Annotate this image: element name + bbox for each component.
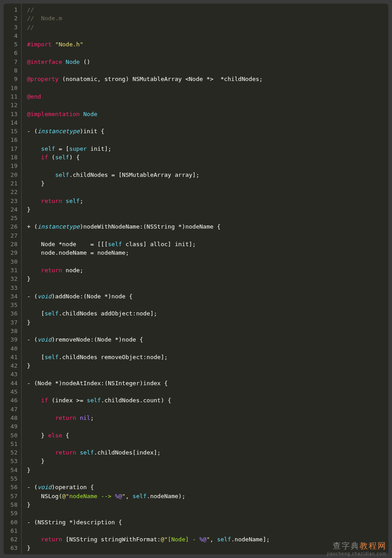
line-number: 33	[4, 284, 18, 292]
code-line	[27, 214, 388, 222]
line-number: 44	[4, 379, 18, 387]
code-line: @end	[27, 92, 388, 101]
code-line	[27, 135, 388, 144]
line-number: 27	[4, 231, 18, 240]
line-number: 61	[4, 526, 18, 535]
code-line: }	[27, 274, 388, 283]
line-number: 28	[4, 240, 18, 248]
line-number: 43	[4, 370, 18, 378]
line-number: 2	[4, 14, 18, 22]
line-number: 47	[4, 405, 18, 414]
code-line: @interface Node ()	[27, 58, 388, 66]
code-line: - (Node *)nodeAtIndex:(NSInteger)index {	[27, 379, 388, 387]
line-number: 24	[4, 205, 18, 214]
line-number: 49	[4, 422, 18, 431]
code-line: //	[27, 23, 388, 32]
line-number: 37	[4, 318, 18, 327]
line-number: 58	[4, 500, 18, 509]
code-line	[27, 257, 388, 266]
line-number: 59	[4, 509, 18, 518]
code-line	[27, 405, 388, 414]
line-number: 50	[4, 431, 18, 440]
code-line: //	[27, 5, 388, 14]
code-line: node.nodeName = nodeName;	[27, 248, 388, 257]
code-line	[27, 301, 388, 309]
line-number: 41	[4, 353, 18, 361]
line-number: 30	[4, 257, 18, 266]
code-line: if (index >= self.childNodes.count) {	[27, 396, 388, 405]
code-line: Node *node = [[[self class] alloc] init]…	[27, 240, 388, 248]
line-number: 12	[4, 101, 18, 109]
line-number: 32	[4, 274, 18, 283]
code-line	[27, 32, 388, 40]
line-number: 3	[4, 23, 18, 32]
code-line: }	[27, 500, 388, 509]
line-number: 57	[4, 492, 18, 500]
code-line: return self.childNodes[index];	[27, 448, 388, 457]
code-line: - (NSString *)description {	[27, 518, 388, 526]
code-line	[27, 66, 388, 75]
code-line: [self.childNodes addObject:node];	[27, 309, 388, 318]
line-number: 6	[4, 49, 18, 57]
line-number: 45	[4, 387, 18, 396]
code-line: }	[27, 205, 388, 214]
code-line	[27, 188, 388, 196]
code-line: } else {	[27, 431, 388, 440]
line-number: 51	[4, 440, 18, 448]
line-number: 29	[4, 248, 18, 257]
line-number: 31	[4, 266, 18, 274]
line-number: 36	[4, 309, 18, 318]
code-line: - (void)removeNode:(Node *)node {	[27, 335, 388, 344]
code-line	[27, 49, 388, 57]
line-number: 22	[4, 188, 18, 196]
code-line: // Node.m	[27, 14, 388, 22]
line-number-gutter: 1234567891011121314151617181920212223242…	[4, 4, 22, 554]
code-line	[27, 231, 388, 240]
code-line: - (void)operation {	[27, 483, 388, 491]
code-line	[27, 284, 388, 292]
line-number: 8	[4, 66, 18, 75]
watermark: 查字典教程网 jiaocheng.chazidian.com	[327, 540, 387, 556]
code-line	[27, 526, 388, 535]
line-number: 38	[4, 327, 18, 335]
line-number: 54	[4, 466, 18, 474]
code-line	[27, 440, 388, 448]
code-line: NSLog(@"nodeName --> %@", self.nodeName)…	[27, 492, 388, 500]
code-line	[27, 509, 388, 518]
line-number: 35	[4, 301, 18, 309]
code-line	[27, 101, 388, 109]
line-number: 19	[4, 162, 18, 170]
line-number: 20	[4, 171, 18, 179]
line-number: 62	[4, 535, 18, 544]
line-number: 34	[4, 292, 18, 301]
line-number: 15	[4, 127, 18, 135]
code-line: @implementation Node	[27, 110, 388, 118]
line-number: 60	[4, 518, 18, 526]
line-number: 53	[4, 457, 18, 465]
code-line	[27, 422, 388, 431]
line-number: 13	[4, 110, 18, 118]
code-line: + (instancetype)nodeWithNodeName:(NSStri…	[27, 222, 388, 231]
line-number: 10	[4, 84, 18, 92]
line-number: 9	[4, 75, 18, 83]
code-line: #import "Node.h"	[27, 40, 388, 49]
code-line	[27, 344, 388, 353]
line-number: 7	[4, 58, 18, 66]
code-line: return nil;	[27, 414, 388, 422]
line-number: 18	[4, 153, 18, 162]
line-number: 16	[4, 135, 18, 144]
line-number: 48	[4, 414, 18, 422]
code-line	[27, 162, 388, 170]
code-line	[27, 327, 388, 335]
line-number: 39	[4, 335, 18, 344]
line-number: 42	[4, 361, 18, 370]
line-number: 55	[4, 474, 18, 483]
code-line: }	[27, 318, 388, 327]
line-number: 21	[4, 179, 18, 188]
code-line	[27, 370, 388, 378]
watermark-url: jiaocheng.chazidian.com	[327, 551, 387, 556]
line-number: 40	[4, 344, 18, 353]
code-line: if (self) {	[27, 153, 388, 162]
code-line: self.childNodes = [NSMutableArray array]…	[27, 171, 388, 179]
line-number: 1	[4, 5, 18, 14]
